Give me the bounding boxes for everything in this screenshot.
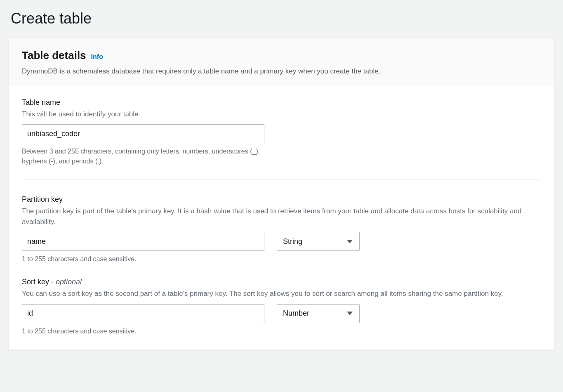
partition-key-help: The partition key is part of the table's… <box>22 206 541 227</box>
divider <box>22 179 541 180</box>
info-link[interactable]: Info <box>91 52 103 62</box>
sort-key-field-group: Sort key - optional You can use a sort k… <box>22 276 541 336</box>
partition-key-constraint: 1 to 255 characters and case sensitive. <box>22 254 265 264</box>
panel-description: DynamoDB is a schemaless database that r… <box>22 66 541 77</box>
sort-key-type-selected: Number <box>283 308 309 319</box>
chevron-down-icon <box>347 240 353 243</box>
table-details-panel: Table details Info DynamoDB is a schemal… <box>8 38 555 350</box>
table-name-field-group: Table name This will be used to identify… <box>22 97 541 167</box>
partition-key-label: Partition key <box>22 194 541 205</box>
sort-key-label-prefix: Sort key - <box>22 278 56 286</box>
sort-key-help: You can use a sort key as the second par… <box>22 288 541 299</box>
partition-key-type-select[interactable]: String <box>277 232 360 251</box>
table-name-constraint: Between 3 and 255 characters, containing… <box>22 146 265 166</box>
panel-heading: Table details <box>22 47 86 64</box>
partition-key-input[interactable] <box>22 232 264 251</box>
panel-header: Table details Info DynamoDB is a schemal… <box>9 38 554 85</box>
sort-key-constraint: 1 to 255 characters and case sensitive. <box>22 326 265 336</box>
sort-key-type-select[interactable]: Number <box>277 304 360 323</box>
chevron-down-icon <box>347 312 353 315</box>
panel-body: Table name This will be used to identify… <box>9 85 554 349</box>
page-title: Create table <box>8 0 555 38</box>
sort-key-optional-tag: optional <box>56 278 82 286</box>
table-name-help: This will be used to identify your table… <box>22 109 541 120</box>
sort-key-input[interactable] <box>22 304 264 323</box>
table-name-label: Table name <box>22 97 541 108</box>
partition-key-field-group: Partition key The partition key is part … <box>22 194 541 264</box>
table-name-input[interactable] <box>22 124 264 143</box>
sort-key-label: Sort key - optional <box>22 276 541 288</box>
partition-key-type-selected: String <box>283 236 302 247</box>
